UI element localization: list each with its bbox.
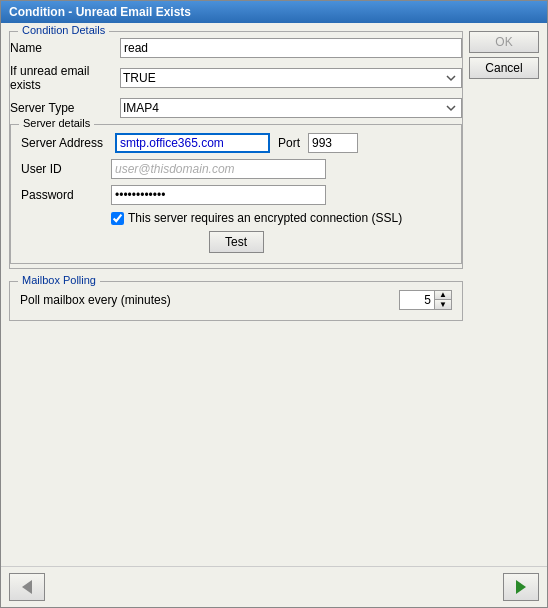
ssl-label: This server requires an encrypted connec… xyxy=(128,211,402,225)
forward-arrow-icon xyxy=(516,580,526,594)
condition-details-group: Condition Details Name If unread email e… xyxy=(9,31,463,269)
poll-label: Poll mailbox every (minutes) xyxy=(20,293,399,307)
if-unread-label: If unread email exists xyxy=(10,64,120,92)
password-label: Password xyxy=(21,188,111,202)
userid-input[interactable] xyxy=(111,159,326,179)
server-type-row: Server Type IMAP4 POP3 Exchange xyxy=(10,98,462,118)
condition-details-title: Condition Details xyxy=(18,24,109,36)
test-row: Test xyxy=(21,231,451,253)
bottom-bar xyxy=(1,566,547,607)
name-label: Name xyxy=(10,41,120,55)
spinner-up-button[interactable]: ▲ xyxy=(435,291,451,300)
window-title: Condition - Unread Email Exists xyxy=(9,5,191,19)
server-type-select[interactable]: IMAP4 POP3 Exchange xyxy=(120,98,462,118)
spinner-down-button[interactable]: ▼ xyxy=(435,300,451,309)
name-input[interactable] xyxy=(120,38,462,58)
server-type-label: Server Type xyxy=(10,101,120,115)
side-buttons: OK Cancel xyxy=(469,31,539,558)
poll-row: Poll mailbox every (minutes) ▲ ▼ xyxy=(20,290,452,310)
userid-row: User ID xyxy=(21,159,451,179)
poll-spinner: ▲ ▼ xyxy=(399,290,452,310)
server-details-group: Server details Server Address Port User … xyxy=(10,124,462,264)
poll-value-input[interactable] xyxy=(399,290,434,310)
cancel-button[interactable]: Cancel xyxy=(469,57,539,79)
ssl-row: This server requires an encrypted connec… xyxy=(111,211,451,225)
port-label: Port xyxy=(278,136,300,150)
back-button[interactable] xyxy=(9,573,45,601)
server-details-title: Server details xyxy=(19,117,94,129)
back-arrow-icon xyxy=(22,580,32,594)
password-row: Password xyxy=(21,185,451,205)
password-input[interactable] xyxy=(111,185,326,205)
port-input[interactable] xyxy=(308,133,358,153)
mailbox-polling-group: Mailbox Polling Poll mailbox every (minu… xyxy=(9,281,463,321)
server-address-label: Server Address xyxy=(21,136,111,150)
main-window: Condition - Unread Email Exists Conditio… xyxy=(0,0,548,608)
name-row: Name xyxy=(10,38,462,58)
spinner-buttons: ▲ ▼ xyxy=(434,290,452,310)
forward-button[interactable] xyxy=(503,573,539,601)
test-button[interactable]: Test xyxy=(209,231,264,253)
if-unread-row: If unread email exists TRUE FALSE xyxy=(10,64,462,92)
main-content: Condition Details Name If unread email e… xyxy=(9,31,463,558)
userid-label: User ID xyxy=(21,162,111,176)
mailbox-polling-title: Mailbox Polling xyxy=(18,274,100,286)
if-unread-select[interactable]: TRUE FALSE xyxy=(120,68,462,88)
server-address-row: Server Address Port xyxy=(21,133,451,153)
ssl-checkbox[interactable] xyxy=(111,212,124,225)
server-address-input[interactable] xyxy=(115,133,270,153)
ok-button[interactable]: OK xyxy=(469,31,539,53)
title-bar: Condition - Unread Email Exists xyxy=(1,1,547,23)
